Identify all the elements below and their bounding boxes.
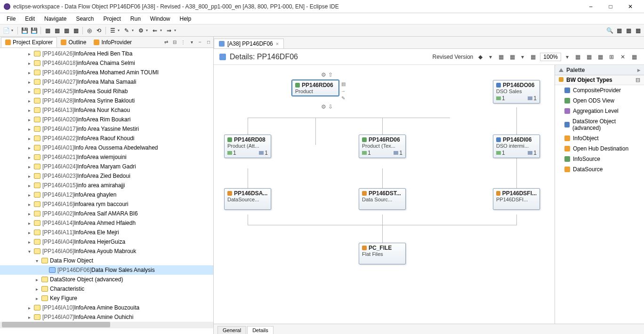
- gear-icon[interactable]: ⚙: [321, 103, 326, 110]
- palette-item[interactable]: Aggregation Level: [555, 106, 644, 116]
- node-dso-intermi[interactable]: PP146DI06 DSO intermi... 11: [493, 135, 540, 158]
- dropdown-icon[interactable]: ▾: [174, 28, 178, 32]
- back-button[interactable]: ⇐: [151, 26, 159, 35]
- node-product-att[interactable]: PP146RD08 Product (Att... 11: [224, 135, 271, 158]
- tree-item[interactable]: ▸[PP146IA01] Info Area Oussema Abedelwah…: [0, 143, 213, 152]
- collapse-all-icon[interactable]: ⊟: [171, 39, 178, 46]
- node-product[interactable]: PP146RD06 Product ▤ → ✎: [292, 80, 339, 96]
- arrow-down-icon[interactable]: ⇩: [328, 103, 333, 110]
- dropdown-icon[interactable]: ▾: [519, 54, 526, 60]
- toolbar-button[interactable]: ▦: [72, 26, 80, 35]
- tree-item[interactable]: ▾[PP146IA06] InfoArea Ayoub Mabrouk: [0, 247, 213, 256]
- palette-item[interactable]: DataStore Object (advanced): [555, 116, 644, 133]
- twisty-icon[interactable]: ▸: [26, 230, 32, 235]
- twisty-icon[interactable]: ▸: [26, 221, 32, 226]
- save-button[interactable]: 💾: [20, 26, 29, 35]
- gear-icon[interactable]: ⚙: [321, 72, 326, 78]
- tree-item[interactable]: ▸[PP146IA020] infoArea Rim Boukari: [0, 115, 213, 124]
- minimize-button[interactable]: –: [581, 1, 601, 12]
- twisty-icon[interactable]: ▸: [26, 183, 32, 188]
- tab-details[interactable]: Details: [247, 326, 274, 334]
- chevron-right-icon[interactable]: ▸: [637, 67, 640, 73]
- toolbar-button[interactable]: ◎: [85, 26, 94, 35]
- twisty-icon[interactable]: ▸: [26, 89, 32, 94]
- toolbar-icon[interactable]: ▦: [596, 53, 604, 61]
- tree-item[interactable]: ▸[PP146IA015] info area amirahajji: [0, 181, 213, 190]
- tree-item[interactable]: ▾Data Flow Object: [0, 256, 213, 265]
- dropdown-icon[interactable]: ▾: [487, 54, 494, 60]
- twisty-icon[interactable]: ▸: [26, 239, 32, 245]
- palette-header[interactable]: Palette ▸: [555, 65, 644, 75]
- tree-item[interactable]: ▸[PP146IA26] InfoArea Hedi Ben Tiba: [0, 49, 213, 58]
- tree-item[interactable]: ▸[PP146IA16] infoarea rym baccouri: [0, 199, 213, 209]
- dropdown-icon[interactable]: ▾: [146, 28, 150, 32]
- twisty-icon[interactable]: ▸: [34, 296, 40, 301]
- filter-icon[interactable]: ⋮: [179, 39, 187, 46]
- twisty-icon[interactable]: ▸: [26, 136, 32, 141]
- close-icon[interactable]: ×: [276, 41, 279, 47]
- tree-item[interactable]: ▸[PP146IA019] infoArea Mohamed Amin TOUM…: [0, 68, 213, 77]
- tree-item[interactable]: ▸[PP146IA017] info Area Yassine Mestiri: [0, 124, 213, 134]
- tree-item[interactable]: [PP146DF06] Data Flow Sales Analysis: [0, 265, 213, 275]
- palette-item[interactable]: Open ODS View: [555, 95, 644, 106]
- tree-item[interactable]: ▸[PP146IA018] infoArea Chaima Selmi: [0, 58, 213, 68]
- twisty-icon[interactable]: ▸: [26, 108, 32, 113]
- twisty-icon[interactable]: ▸: [26, 80, 32, 85]
- tree-item[interactable]: ▸[PP146IA04] InfoArea HejerGuiza: [0, 237, 213, 247]
- menu-edit[interactable]: Edit: [20, 14, 40, 24]
- palette-item[interactable]: DataSource: [555, 164, 644, 175]
- search-icon[interactable]: 🔍: [605, 26, 614, 35]
- forward-button[interactable]: ⇒: [165, 26, 173, 35]
- version-icon[interactable]: ◆: [476, 53, 484, 61]
- twisty-icon[interactable]: ▸: [34, 286, 40, 292]
- tree-item[interactable]: ▸[PP146IA027] InfoArea Maha Samaali: [0, 77, 213, 87]
- scrollbar-thumb[interactable]: [2, 322, 110, 327]
- minimize-icon[interactable]: −: [196, 39, 204, 46]
- palette-item[interactable]: InfoObject: [555, 133, 644, 143]
- node-datasource-fi[interactable]: PP146DSFI... PP146DSFI...: [493, 188, 540, 210]
- maximize-icon[interactable]: □: [205, 39, 212, 46]
- zoom-select[interactable]: 100%: [540, 53, 561, 61]
- tree-item[interactable]: ▸[PP146IA022] InfoArea Raouf Khoudi: [0, 134, 213, 143]
- menu-navigate[interactable]: Navigate: [40, 14, 71, 24]
- tree-item[interactable]: ▸[PP146IA023] InfoArea Zied Bedoui: [0, 171, 213, 181]
- twisty-icon[interactable]: ▸: [26, 211, 32, 216]
- tab-outline[interactable]: Outline: [57, 38, 90, 47]
- tab-project-explorer[interactable]: Project Explorer: [1, 37, 57, 48]
- menu-search[interactable]: Search: [71, 14, 98, 24]
- editor-tab[interactable]: [A38] PP146DF06 ×: [214, 39, 284, 48]
- toolbar-icon[interactable]: ▦: [529, 53, 537, 61]
- node-datasource-a[interactable]: PP146DSA... DataSource...: [224, 188, 271, 210]
- maximize-button[interactable]: □: [601, 1, 620, 12]
- twisty-icon[interactable]: ▸: [26, 315, 32, 320]
- tree-item[interactable]: ▸[PP146IA25] InfoArea Souid Rihab: [0, 87, 213, 96]
- palette-item[interactable]: CompositeProvider: [555, 85, 644, 95]
- arrow-up-icon[interactable]: ⇧: [328, 72, 333, 78]
- tree-item[interactable]: ▸[PP146IA14] InfoArea Ahmed Hfaiedh: [0, 218, 213, 228]
- dropdown-icon[interactable]: ▾: [132, 28, 136, 32]
- horizontal-scrollbar[interactable]: [0, 322, 213, 328]
- tree-item[interactable]: ▸DataStore Object (advanced): [0, 275, 213, 284]
- collapse-icon[interactable]: ⊟: [636, 77, 640, 83]
- new-button[interactable]: 📄: [2, 26, 10, 35]
- tab-infoprovider[interactable]: InfoProvider: [90, 38, 136, 47]
- node-anchors[interactable]: ⚙⇩: [321, 103, 333, 110]
- tab-general[interactable]: General: [217, 326, 246, 334]
- twisty-icon[interactable]: ▸: [26, 192, 32, 198]
- twisty-icon[interactable]: ▸: [26, 202, 32, 207]
- tree-item[interactable]: ▸[PP146IA28] InfoArea Syrine Baklouti: [0, 96, 213, 105]
- tree-item[interactable]: ▸Key Figure: [0, 294, 213, 303]
- twisty-icon[interactable]: ▸: [26, 174, 32, 179]
- toolbar-icon[interactable]: ▦: [585, 53, 593, 61]
- action-icon[interactable]: ▤: [340, 81, 346, 87]
- dropdown-icon[interactable]: ▾: [11, 28, 15, 32]
- twisty-icon[interactable]: ▸: [26, 51, 32, 56]
- dropdown-icon[interactable]: ▾: [564, 54, 571, 60]
- toolbar-button[interactable]: ▦: [53, 26, 61, 35]
- menu-help[interactable]: Help: [175, 14, 196, 24]
- tree-item[interactable]: ▸[PP146IA02] InfoArea Saif AMARA BI6: [0, 209, 213, 218]
- tree-item[interactable]: ▸[PP146IA024] InfoArea Maryam Gadri: [0, 162, 213, 171]
- twisty-icon[interactable]: ▸: [26, 61, 32, 66]
- node-datasource-t[interactable]: PP146DST... Data Sourc...: [359, 188, 406, 210]
- save-all-button[interactable]: 💾: [30, 26, 38, 35]
